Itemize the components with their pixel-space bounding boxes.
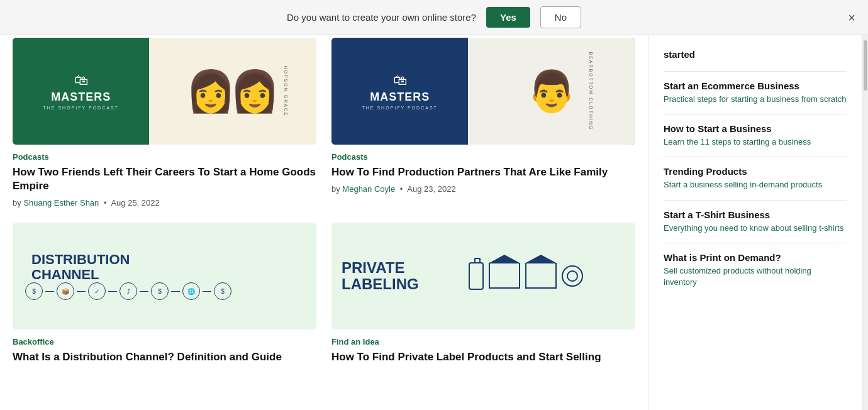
category-label-1: Podcasts [13,152,316,162]
article-date-1: Aug 25, 2022 [111,198,159,208]
article-grid: 🛍 MASTERS THE SHOPIFY PODCAST 👩 👩 HOPSON… [13,35,635,369]
private-shape-3 [525,263,557,289]
private-shape-4 [562,265,583,287]
sidebar-item-title-3: Trending Products [664,166,847,177]
sidebar-item-4[interactable]: Start a T-Shirt Business Everything you … [664,201,847,243]
author-link-2[interactable]: Meghan Coyle [342,184,395,194]
sidebar-item-desc-5: Sell customized products without holding… [664,265,847,288]
article-title-2: How To Find Production Partners That Are… [331,165,635,179]
yes-button[interactable]: Yes [486,7,530,28]
content-area: 🛍 MASTERS THE SHOPIFY PODCAST 👩 👩 HOPSON… [0,35,648,410]
article-date-2: Aug 23, 2022 [407,184,455,194]
sidebar-item-title-0: started [664,49,847,60]
sidebar-item-0[interactable]: started [664,40,847,72]
category-label-3: Backoffice [13,337,316,346]
dist-line-4 [140,291,148,292]
private-shape-1 [469,262,484,290]
article-card-1[interactable]: 🛍 MASTERS THE SHOPIFY PODCAST 👩 👩 HOPSON… [13,38,316,208]
sidebar: started Start an Ecommerce Business Prac… [648,35,862,410]
article-title-3: What Is a Distribution Channel? Definiti… [13,350,316,364]
by-text-2: by [331,184,342,194]
dist-line-3 [108,291,117,292]
category-label-2: Podcasts [331,152,635,162]
masters-people-side-1: 👩 👩 [149,38,316,145]
scrollbar-track[interactable] [862,35,868,410]
article-card-2[interactable]: 🛍 MASTERS THE SHOPIFY PODCAST 👨 BEARBOTT… [331,38,635,208]
article-meta-2: by Meghan Coyle • Aug 23, 2022 [331,184,635,194]
meta-dot-1: • [104,198,107,208]
dist-node-7: $ [214,282,231,300]
brand-label-1: HOPSON GRACE [284,65,288,116]
dist-diagram: $ 📦 ✓ ⤴ $ 🌐 $ [25,282,304,300]
article-card-3[interactable]: DISTRIBUTIONCHANNEL $ 📦 ✓ ⤴ $ [13,223,316,369]
close-button[interactable]: × [848,11,855,24]
private-shape-2 [489,263,520,289]
sidebar-item-title-5: What is Print on Demand? [664,252,847,263]
dist-node-1: $ [25,282,43,300]
dist-line-5 [171,291,180,292]
masters-logo-2: 🛍 MASTERS THE SHOPIFY PODCAST [362,72,438,110]
masters-subtitle-2: THE SHOPIFY PODCAST [362,106,438,110]
sidebar-item-title-2: How to Start a Business [664,123,847,134]
dist-node-3: ✓ [88,282,106,300]
shopify-bag-icon-2: 🛍 [362,72,438,89]
sidebar-item-desc-3: Start a business selling in-demand produ… [664,179,847,191]
sidebar-item-title-4: Start a T-Shirt Business [664,209,847,220]
person-silhouette-3: 👨 [526,71,577,111]
brand-label-2: BEARBOTTOM CLOTHING [589,52,593,131]
article-card-4[interactable]: PRIVATELABELING [331,223,635,369]
dist-image-title: DISTRIBUTIONCHANNEL [25,252,304,282]
masters-blue-side: 🛍 MASTERS THE SHOPIFY PODCAST [331,38,468,145]
dist-node-6: 🌐 [182,282,200,300]
scrollbar-thumb[interactable] [864,40,867,91]
sidebar-item-2[interactable]: How to Start a Business Learn the 11 ste… [664,114,847,157]
private-image-title: PRIVATELABELING [342,260,419,293]
article-title-1: How Two Friends Left Their Careers To St… [13,165,316,193]
article-image-3: DISTRIBUTIONCHANNEL $ 📦 ✓ ⤴ $ [13,223,316,330]
article-title-4: How To Find Private Label Products and S… [331,350,635,364]
masters-title-2: MASTERS [362,91,438,104]
dist-node-5: $ [151,282,169,300]
author-link-1[interactable]: Shuang Esther Shan [23,198,99,208]
masters-logo-1: 🛍 MASTERS THE SHOPIFY PODCAST [43,72,119,110]
person-silhouette-1: 👩 [186,71,236,111]
masters-people-side-2: 👨 [468,38,635,145]
sidebar-item-desc-2: Learn the 11 steps to starting a busines… [664,136,847,148]
dist-node-4: ⤴ [120,282,137,300]
sidebar-item-title-1: Start an Ecommerce Business [664,80,847,91]
banner-text: Do you want to create your own online st… [287,12,476,23]
sidebar-item-3[interactable]: Trending Products Start a business selli… [664,157,847,200]
masters-green-side: 🛍 MASTERS THE SHOPIFY PODCAST [13,38,149,145]
person-silhouette-2: 👩 [230,71,280,111]
article-image-4: PRIVATELABELING [331,223,635,330]
category-label-4: Find an Idea [331,337,635,346]
dist-line-6 [203,291,211,292]
article-meta-1: by Shuang Esther Shan • Aug 25, 2022 [13,198,316,208]
sidebar-item-desc-1: Practical steps for starting a business … [664,94,847,105]
article-image-1: 🛍 MASTERS THE SHOPIFY PODCAST 👩 👩 HOPSON… [13,38,316,145]
sidebar-item-5[interactable]: What is Print on Demand? Sell customized… [664,243,847,297]
sidebar-item-1[interactable]: Start an Ecommerce Business Practical st… [664,72,847,114]
main-layout: 🛍 MASTERS THE SHOPIFY PODCAST 👩 👩 HOPSON… [0,35,868,410]
sidebar-item-desc-4: Everything you need to know about sellin… [664,223,847,234]
dist-line-1 [45,291,54,292]
masters-title-1: MASTERS [43,91,119,104]
masters-subtitle-1: THE SHOPIFY PODCAST [43,106,119,110]
dist-line-2 [77,291,86,292]
no-button[interactable]: No [540,6,581,28]
top-banner: Do you want to create your own online st… [0,0,868,35]
shopify-bag-icon: 🛍 [43,72,119,89]
private-icons [426,262,625,290]
dist-node-2: 📦 [57,282,74,300]
by-text-1: by [13,198,23,208]
article-image-2: 🛍 MASTERS THE SHOPIFY PODCAST 👨 BEARBOTT… [331,38,635,145]
meta-dot-2: • [400,184,403,194]
